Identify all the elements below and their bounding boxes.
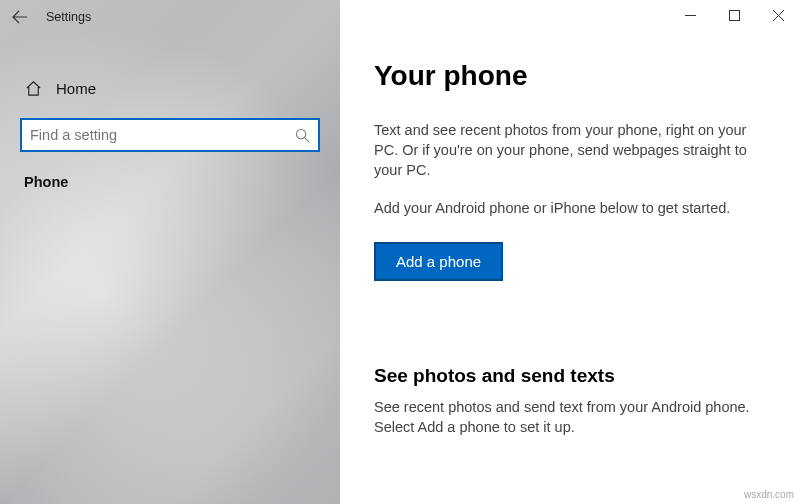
svg-line-5 bbox=[305, 137, 310, 142]
section-body: See recent photos and send text from you… bbox=[374, 397, 770, 437]
window-controls bbox=[668, 0, 800, 30]
sidebar-category-phone[interactable]: Phone bbox=[24, 174, 340, 190]
content-pane: Your phone Text and see recent photos fr… bbox=[340, 0, 800, 504]
main-scroll: Your phone Text and see recent photos fr… bbox=[340, 0, 800, 457]
window-title: Settings bbox=[46, 10, 91, 24]
back-button[interactable] bbox=[0, 0, 40, 34]
back-arrow-icon bbox=[12, 9, 28, 25]
section-heading: See photos and send texts bbox=[374, 365, 770, 387]
description-1: Text and see recent photos from your pho… bbox=[374, 120, 770, 180]
minimize-button[interactable] bbox=[668, 0, 712, 30]
close-button[interactable] bbox=[756, 0, 800, 30]
maximize-button[interactable] bbox=[712, 0, 756, 30]
search-input[interactable] bbox=[30, 127, 295, 143]
search-box[interactable] bbox=[20, 118, 320, 152]
search-icon bbox=[295, 128, 310, 143]
settings-window: Settings Home Phone Your phone bbox=[0, 0, 800, 504]
add-phone-button[interactable]: Add a phone bbox=[374, 242, 503, 281]
home-nav[interactable]: Home bbox=[0, 68, 340, 108]
sidebar: Settings Home Phone bbox=[0, 0, 340, 504]
svg-rect-1 bbox=[729, 10, 739, 20]
home-label: Home bbox=[56, 80, 96, 97]
watermark: wsxdn.com bbox=[744, 489, 794, 500]
home-icon bbox=[24, 80, 42, 97]
svg-point-4 bbox=[296, 129, 305, 138]
page-title: Your phone bbox=[374, 60, 770, 92]
description-2: Add your Android phone or iPhone below t… bbox=[374, 198, 770, 218]
titlebar: Settings bbox=[0, 0, 340, 34]
